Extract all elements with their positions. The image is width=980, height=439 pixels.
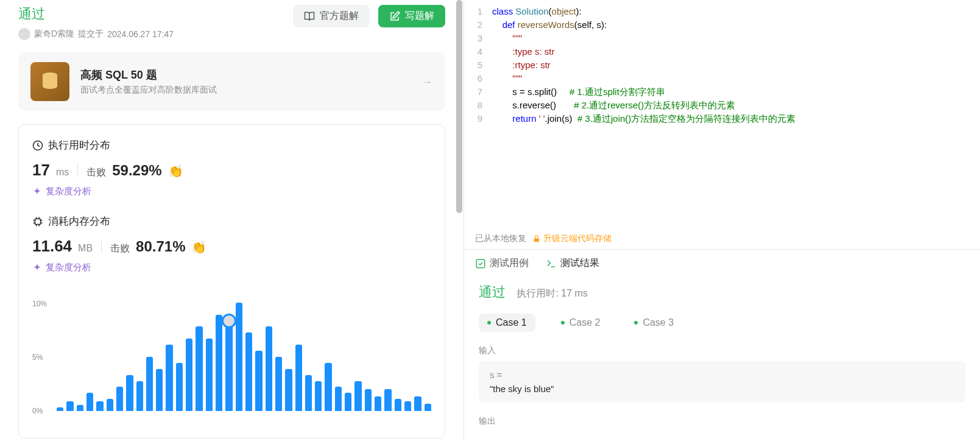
chart-bar[interactable] (116, 387, 123, 411)
memory-value: 11.64 (32, 237, 72, 256)
check-square-icon (475, 258, 486, 269)
chart-bar[interactable] (107, 399, 113, 411)
arrow-right-icon: → (421, 75, 433, 89)
chart-bar[interactable] (325, 363, 331, 411)
book-icon (304, 11, 315, 22)
output-label: 输出 (479, 416, 965, 427)
chart-bar[interactable] (345, 393, 351, 411)
status-dot-icon (487, 321, 491, 325)
input-box[interactable]: s = "the sky is blue" (479, 361, 965, 402)
chart-marker (222, 314, 236, 328)
terminal-icon (546, 258, 557, 269)
memory-unit: MB (78, 243, 93, 254)
clap-icon: 👏 (168, 164, 183, 178)
chart-bar[interactable] (335, 387, 342, 411)
chart-bar[interactable] (315, 381, 322, 412)
input-value: "the sky is blue" (490, 384, 954, 394)
input-label: 输入 (479, 345, 965, 356)
right-panel: 1class Solution(object):2 def reverseWor… (464, 0, 980, 439)
chart-bar[interactable] (136, 381, 143, 412)
chart-bar[interactable] (196, 326, 202, 411)
sparkle-icon (32, 263, 42, 273)
chart-bar[interactable] (275, 357, 282, 411)
chart-bar[interactable] (414, 396, 421, 411)
chart-bar[interactable] (425, 404, 431, 411)
svg-rect-4 (476, 259, 485, 268)
y-axis-label: 5% (32, 353, 43, 362)
status-dot-icon (634, 321, 638, 325)
runtime-beat-label: 击败 (86, 166, 106, 179)
result-time: 执行用时: 17 ms (516, 288, 587, 298)
memory-beat-label: 击败 (110, 242, 130, 255)
runtime-unit: ms (56, 167, 69, 178)
input-var: s = (490, 370, 954, 380)
chart-bar[interactable] (384, 389, 391, 411)
chart-bar[interactable] (176, 363, 183, 411)
chart-bar[interactable] (77, 405, 83, 411)
scrollbar-thumb[interactable] (456, 0, 462, 213)
chart-bar[interactable] (395, 399, 401, 411)
clap-icon: 👏 (191, 240, 206, 255)
chart-bar[interactable] (295, 345, 302, 411)
chart-bar[interactable] (305, 375, 312, 411)
chart-bar[interactable] (57, 407, 63, 411)
chart-bar[interactable] (354, 381, 361, 412)
case-tab-2[interactable]: Case 2 (552, 314, 609, 332)
chart-bar[interactable] (365, 389, 372, 411)
promo-title: 高频 SQL 50 题 (80, 68, 410, 82)
promo-card[interactable]: 高频 SQL 50 题 面试考点全覆盖应对高阶数据库面试 → (18, 52, 445, 111)
memory-title: 消耗内存分布 (48, 214, 110, 228)
svg-rect-3 (534, 238, 539, 242)
chart-bar[interactable] (126, 375, 133, 411)
runtime-value: 17 (32, 161, 50, 180)
runtime-beat: 59.29% (112, 162, 161, 179)
promo-subtitle: 面试考点全覆盖应对高阶数据库面试 (80, 85, 410, 96)
submit-label: 提交于 (78, 29, 104, 40)
memory-beat: 80.71% (136, 238, 185, 255)
clock-icon (32, 140, 43, 151)
chart-bar[interactable] (285, 369, 292, 411)
chart-bar[interactable] (146, 357, 153, 411)
chart-bar[interactable] (225, 321, 232, 412)
left-panel: 通过 蒙奇D索隆 提交于 2024.06.27 17:47 官方题解 写题解 (0, 0, 464, 439)
status-accepted: 通过 (18, 5, 174, 23)
y-axis-label: 10% (32, 300, 47, 308)
chart-bar[interactable] (255, 351, 262, 411)
status-dot-icon (561, 321, 565, 325)
lock-icon (532, 234, 541, 243)
submit-time: 2024.06.27 17:47 (107, 29, 174, 39)
chart-bar[interactable] (156, 369, 163, 411)
chart-bar[interactable] (66, 401, 73, 411)
result-status: 通过 (479, 283, 506, 301)
chart-bar[interactable] (86, 393, 93, 411)
complexity-link-memory[interactable]: 复杂度分析 (32, 262, 431, 273)
chart-bar[interactable] (245, 332, 252, 411)
chart-bar[interactable] (186, 339, 192, 411)
case-tab-1[interactable]: Case 1 (479, 314, 535, 332)
author-avatar[interactable] (18, 28, 30, 40)
code-editor[interactable]: 1class Solution(object):2 def reverseWor… (464, 0, 980, 228)
database-icon (30, 62, 69, 101)
chart-bar[interactable] (404, 401, 411, 411)
chart-bar[interactable] (266, 326, 272, 411)
chart-bar[interactable] (236, 303, 242, 411)
chart-bar[interactable] (166, 345, 172, 411)
chart-bar[interactable] (216, 315, 222, 411)
runtime-title: 执行用时分布 (48, 138, 110, 152)
chart-bar[interactable] (375, 396, 381, 411)
write-solution-button[interactable]: 写题解 (378, 5, 445, 27)
upgrade-cloud-link[interactable]: 升级云端代码存储 (532, 233, 612, 244)
memory-distribution-chart[interactable]: 10% 5% 0% (32, 290, 431, 424)
chart-bar[interactable] (206, 339, 213, 411)
restore-label: 已从本地恢复 (475, 233, 526, 244)
author-name[interactable]: 蒙奇D索隆 (34, 29, 74, 40)
scrollbar[interactable] (455, 0, 464, 439)
official-solution-button[interactable]: 官方题解 (293, 5, 370, 27)
chart-bar[interactable] (96, 401, 103, 411)
complexity-link-runtime[interactable]: 复杂度分析 (32, 186, 431, 197)
chip-icon (32, 216, 43, 227)
tab-result[interactable]: 测试结果 (546, 257, 599, 270)
sparkle-icon (32, 187, 42, 197)
tab-testcase[interactable]: 测试用例 (475, 257, 529, 270)
case-tab-3[interactable]: Case 3 (626, 314, 682, 332)
